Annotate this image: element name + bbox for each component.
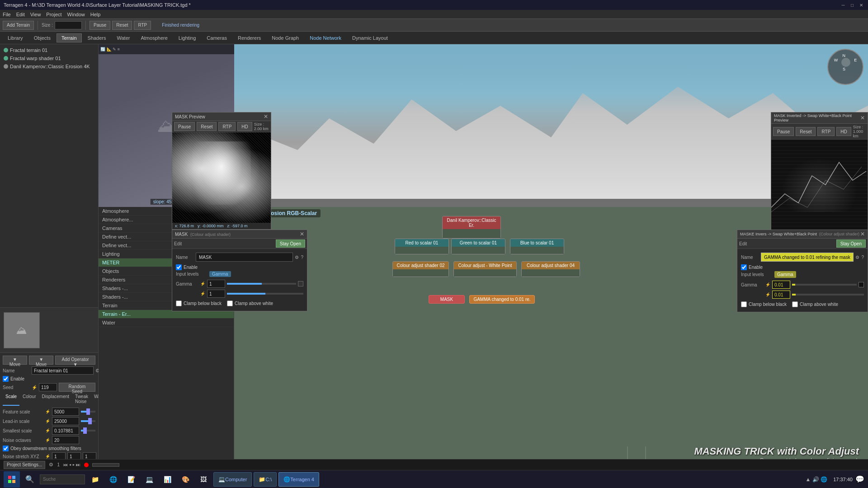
lead-in-input[interactable]: [52, 417, 79, 425]
tab-nodegraph[interactable]: Node Graph: [267, 33, 304, 42]
mask-rtp-btn[interactable]: RTP: [218, 122, 236, 131]
compass[interactable]: N W E S: [827, 49, 863, 85]
tab-renderers[interactable]: Renderers: [233, 33, 266, 42]
smallest-input[interactable]: [52, 427, 79, 435]
lead-in-slider[interactable]: [81, 420, 95, 422]
maximize-btn[interactable]: □: [849, 2, 855, 8]
maskinv-pause-btn[interactable]: Pause: [773, 127, 794, 136]
maske-inv-edit[interactable]: Edit: [739, 241, 747, 246]
node-red-scalar[interactable]: Red to scalar 01: [395, 239, 449, 254]
menu-help[interactable]: Help: [90, 12, 101, 17]
minimize-btn[interactable]: ─: [840, 2, 846, 8]
maske-inv-gamma-slider2[interactable]: [792, 294, 864, 296]
mask-gamma-slider1[interactable]: [227, 283, 296, 285]
maske-inv-clamp-white-checkbox[interactable]: [792, 301, 798, 307]
enable-checkbox[interactable]: [3, 376, 9, 382]
node-mask[interactable]: MASK: [429, 295, 465, 304]
maske-inv-enable-checkbox[interactable]: [741, 264, 747, 270]
maskinv-reset-btn[interactable]: Reset: [796, 127, 816, 136]
mask-pause-btn[interactable]: Pause: [174, 122, 195, 131]
maske-inv-close[interactable]: ✕: [860, 231, 865, 237]
tab-objects[interactable]: Objects: [29, 33, 56, 42]
name-input[interactable]: [32, 366, 94, 375]
project-settings-btn[interactable]: Project Settings...: [4, 461, 45, 469]
node-colour-02[interactable]: Colour adjust shader 02: [392, 261, 449, 277]
taskbar-icon3[interactable]: 📝: [123, 471, 139, 488]
tray-notif[interactable]: 💬: [855, 475, 864, 483]
node-danil[interactable]: Danil Kamperov::Classic Er.: [442, 216, 501, 239]
scene-item-warp[interactable]: Fractal warp shader 01: [2, 54, 96, 62]
tab-colour[interactable]: Colour: [20, 393, 38, 406]
taskbar-computer[interactable]: 💻 Computer: [213, 472, 252, 487]
reset-btn[interactable]: Reset: [112, 21, 132, 30]
close-btn[interactable]: ✕: [858, 2, 864, 8]
scene-item-terrain[interactable]: Fractal terrain 01: [2, 46, 96, 54]
tab-nodenetwork[interactable]: Node Network: [305, 33, 346, 42]
tab-lighting[interactable]: Lighting: [174, 33, 201, 42]
mask-preview-close[interactable]: ✕: [264, 113, 268, 120]
mask-clamp-black-checkbox[interactable]: [176, 300, 182, 306]
maske-inv-gamma-slider1[interactable]: [792, 284, 857, 286]
mask-gamma-input2[interactable]: [207, 290, 225, 298]
tab-water[interactable]: Water: [112, 33, 135, 42]
maske-inv-gamma-input2[interactable]: [772, 291, 790, 299]
menu-edit[interactable]: Edit: [16, 12, 25, 17]
taskbar-terragen[interactable]: 🌐 Terragen 4: [278, 472, 319, 487]
size-input[interactable]: Size : 1.0000: [55, 21, 82, 29]
random-seed-btn[interactable]: Random Seed: [59, 383, 95, 392]
maskinv-rtp-btn[interactable]: RTP: [817, 127, 835, 136]
maske-inv-gamma-input1[interactable]: [772, 281, 790, 289]
rtp-btn[interactable]: RTP: [134, 21, 151, 30]
node-list-water[interactable]: Water: [99, 319, 234, 327]
menu-view[interactable]: View: [30, 12, 41, 17]
seed-input[interactable]: [39, 383, 57, 391]
search-taskbar-btn[interactable]: 🔍: [22, 471, 38, 488]
menu-file[interactable]: File: [3, 12, 11, 17]
tab-terrain[interactable]: Terrain: [57, 33, 82, 42]
mask-props-close[interactable]: ✕: [300, 231, 304, 237]
scene-item-erosion[interactable]: Danil Kamperov::Classic Erosion 4K: [2, 62, 96, 70]
move-btn-2[interactable]: ▼ Move: [29, 356, 53, 365]
mask-props-edit[interactable]: Edit: [174, 241, 182, 246]
tab-library[interactable]: Library: [3, 33, 28, 42]
taskbar-icon5[interactable]: 📊: [159, 471, 175, 488]
pause-btn[interactable]: Pause: [90, 21, 110, 30]
maske-inv-stay-open[interactable]: Stay Open: [836, 239, 866, 248]
tab-cameras[interactable]: Cameras: [202, 33, 232, 42]
move-btn-1[interactable]: ▼ Move: [3, 356, 27, 365]
tab-shaders[interactable]: Shaders: [83, 33, 111, 42]
taskbar-icon4[interactable]: 💻: [141, 471, 157, 488]
node-blue-scalar[interactable]: Blue to scalar 01: [510, 239, 564, 254]
obey-downstream-checkbox[interactable]: [3, 446, 9, 451]
menu-project[interactable]: Project: [46, 12, 61, 17]
noise-octaves-input[interactable]: [52, 436, 79, 444]
mask-reset-btn[interactable]: Reset: [197, 122, 217, 131]
mask-enable-checkbox[interactable]: [176, 264, 182, 270]
tab-displacement[interactable]: Displacement: [39, 393, 72, 406]
start-btn[interactable]: [4, 471, 20, 488]
mask-gamma-input1[interactable]: [207, 280, 225, 288]
node-gamma[interactable]: GAMMA changed to 0.01 re.: [469, 295, 535, 304]
maske-inv-input-levels-value[interactable]: Gamma: [774, 271, 796, 278]
node-green-scalar[interactable]: Green to scalar 01: [451, 239, 505, 254]
menu-window[interactable]: Window: [67, 12, 85, 17]
mask-inverted-close[interactable]: ✕: [860, 115, 865, 121]
mask-gamma-slider2[interactable]: [227, 293, 303, 295]
tab-atmosphere[interactable]: Atmosphere: [136, 33, 172, 42]
smallest-slider[interactable]: [81, 430, 95, 432]
tab-scale[interactable]: Scale: [3, 393, 19, 406]
mask-hd-btn[interactable]: HD: [237, 122, 252, 131]
taskbar-icon1[interactable]: 📁: [87, 471, 103, 488]
feature-scale-input[interactable]: [52, 408, 79, 416]
mask-clamp-white-checkbox[interactable]: [227, 300, 233, 306]
taskbar-icon2[interactable]: 🌐: [105, 471, 121, 488]
taskbar-icon6[interactable]: 🎨: [177, 471, 193, 488]
tab-tweak[interactable]: Tweak Noise: [72, 393, 91, 406]
taskbar-icon7[interactable]: 🖼: [195, 471, 212, 488]
maskinv-hd-btn[interactable]: HD: [836, 127, 851, 136]
maske-inv-clamp-black-checkbox[interactable]: [741, 301, 747, 307]
tab-dynamiclayout[interactable]: Dynamic Layout: [347, 33, 393, 42]
taskbar-search-input[interactable]: [40, 474, 85, 484]
mask-name-input[interactable]: [196, 253, 293, 262]
feature-scale-slider[interactable]: [81, 411, 95, 413]
